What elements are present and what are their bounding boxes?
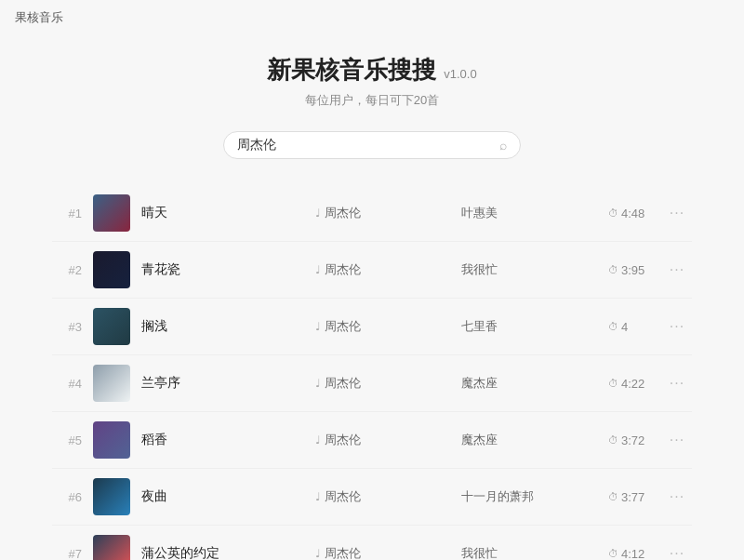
search-input[interactable] — [237, 138, 492, 153]
track-number: #7 — [56, 547, 82, 561]
app-name: 果核音乐 — [15, 10, 63, 24]
person-icon: ♩ — [315, 263, 321, 276]
track-duration: ⏱ 3:77 — [608, 490, 655, 504]
track-number: #5 — [56, 433, 82, 447]
clock-icon: ⏱ — [608, 378, 618, 389]
track-artist[interactable]: ♩ 周杰伦 — [315, 261, 451, 278]
table-row: #1 晴天 ♩ 周杰伦 叶惠美 ⏱ 4:48 ··· — [52, 185, 692, 242]
track-duration: ⏱ 4:22 — [608, 377, 655, 391]
version-badge: v1.0.0 — [444, 67, 476, 81]
track-more-button[interactable]: ··· — [666, 205, 688, 221]
track-album: 我很忙 — [461, 545, 597, 560]
track-more-button[interactable]: ··· — [666, 545, 688, 560]
track-album: 七里香 — [461, 318, 597, 335]
clock-icon: ⏱ — [608, 434, 618, 446]
table-row: #7 蒲公英的约定 ♩ 周杰伦 我很忙 ⏱ 4:12 ··· — [52, 526, 692, 560]
table-row: #3 搁浅 ♩ 周杰伦 七里香 ⏱ 4 ··· — [52, 299, 692, 355]
track-title[interactable]: 稻香 — [141, 432, 304, 448]
track-number: #6 — [56, 490, 82, 504]
track-title[interactable]: 搁浅 — [141, 318, 304, 335]
track-album: 十一月的萧邦 — [461, 488, 597, 505]
track-title[interactable]: 夜曲 — [141, 488, 304, 505]
page-header: 新果核音乐搜搜 v1.0.0 每位用户，每日可下20首 — [52, 54, 692, 109]
track-artist[interactable]: ♩ 周杰伦 — [315, 545, 451, 560]
search-icon: ⌕ — [499, 138, 507, 153]
person-icon: ♩ — [315, 490, 321, 503]
clock-icon: ⏱ — [608, 548, 618, 559]
track-album: 魔杰座 — [461, 432, 597, 448]
track-thumbnail — [93, 194, 130, 232]
track-title[interactable]: 兰亭序 — [141, 375, 304, 392]
track-artist[interactable]: ♩ 周杰伦 — [315, 432, 451, 448]
track-number: #4 — [56, 377, 82, 391]
table-row: #2 青花瓷 ♩ 周杰伦 我很忙 ⏱ 3:95 ··· — [52, 242, 692, 299]
table-row: #6 夜曲 ♩ 周杰伦 十一月的萧邦 ⏱ 3:77 ··· — [52, 469, 692, 526]
track-more-button[interactable]: ··· — [666, 488, 688, 505]
clock-icon: ⏱ — [608, 207, 618, 219]
search-bar[interactable]: ⌕ — [223, 131, 521, 159]
track-duration: ⏱ 4 — [608, 320, 655, 334]
track-number: #1 — [56, 207, 82, 220]
track-artist[interactable]: ♩ 周杰伦 — [315, 318, 451, 335]
person-icon: ♩ — [315, 377, 321, 390]
page-title: 新果核音乐搜搜 — [267, 54, 436, 87]
track-thumbnail — [93, 251, 130, 288]
track-more-button[interactable]: ··· — [666, 375, 688, 392]
track-list: #1 晴天 ♩ 周杰伦 叶惠美 ⏱ 4:48 ··· #2 青花瓷 ♩ 周杰伦 … — [52, 185, 692, 560]
person-icon: ♩ — [315, 207, 321, 220]
track-artist[interactable]: ♩ 周杰伦 — [315, 488, 451, 505]
track-title[interactable]: 蒲公英的约定 — [141, 545, 304, 560]
person-icon: ♩ — [315, 320, 321, 333]
clock-icon: ⏱ — [608, 491, 618, 502]
clock-icon: ⏱ — [608, 264, 618, 275]
track-thumbnail — [93, 308, 130, 345]
track-more-button[interactable]: ··· — [666, 432, 688, 448]
track-duration: ⏱ 3:95 — [608, 263, 655, 277]
track-more-button[interactable]: ··· — [666, 318, 688, 335]
track-duration: ⏱ 4:12 — [608, 547, 655, 561]
track-artist[interactable]: ♩ 周杰伦 — [315, 205, 451, 221]
track-thumbnail — [93, 535, 130, 560]
track-album: 叶惠美 — [461, 205, 597, 221]
track-duration: ⏱ 4:48 — [608, 207, 655, 220]
track-title[interactable]: 青花瓷 — [141, 261, 304, 278]
track-artist[interactable]: ♩ 周杰伦 — [315, 375, 451, 392]
table-row: #4 兰亭序 ♩ 周杰伦 魔杰座 ⏱ 4:22 ··· — [52, 355, 692, 412]
track-duration: ⏱ 3:72 — [608, 433, 655, 447]
track-more-button[interactable]: ··· — [666, 261, 688, 278]
track-thumbnail — [93, 421, 130, 459]
track-number: #3 — [56, 320, 82, 334]
track-number: #2 — [56, 263, 82, 277]
track-title[interactable]: 晴天 — [141, 205, 304, 221]
person-icon: ♩ — [315, 433, 321, 447]
track-thumbnail — [93, 365, 130, 402]
person-icon: ♩ — [315, 547, 321, 560]
track-album: 我很忙 — [461, 261, 597, 278]
track-thumbnail — [93, 478, 130, 515]
track-album: 魔杰座 — [461, 375, 597, 392]
clock-icon: ⏱ — [608, 321, 618, 332]
header-subtitle: 每位用户，每日可下20首 — [52, 92, 692, 109]
table-row: #5 稻香 ♩ 周杰伦 魔杰座 ⏱ 3:72 ··· — [52, 412, 692, 469]
